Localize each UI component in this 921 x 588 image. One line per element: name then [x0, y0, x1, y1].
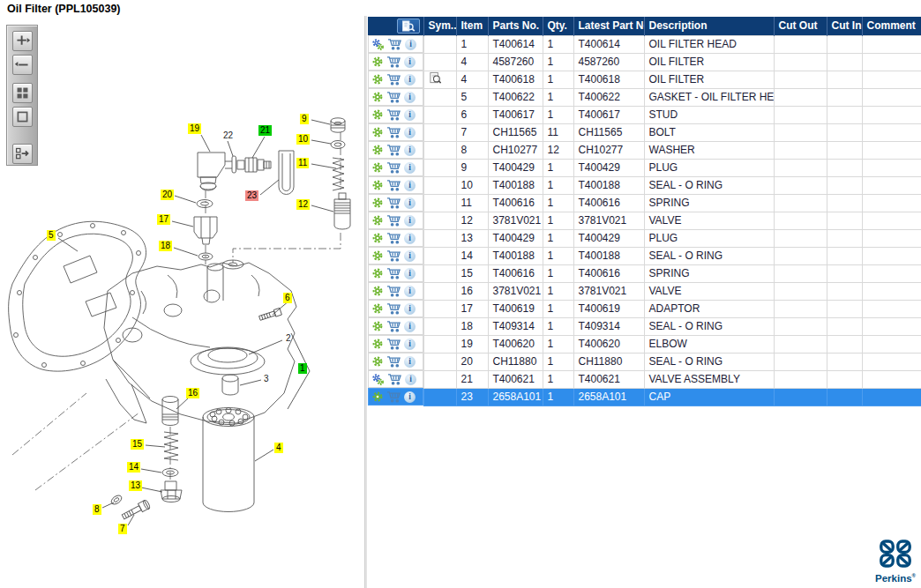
zoom-out-button[interactable]	[12, 55, 33, 75]
cart-icon[interactable]	[386, 108, 401, 121]
cart-icon[interactable]	[386, 56, 401, 68]
info-icon[interactable]: i	[404, 286, 416, 297]
gear-icon[interactable]	[371, 108, 384, 121]
toggle-panel-button[interactable]	[12, 144, 33, 164]
diagram-callout-16[interactable]: 16	[186, 388, 199, 398]
diagram-callout-6[interactable]: 6	[283, 293, 292, 303]
cart-icon[interactable]	[387, 373, 402, 385]
table-row[interactable]: i9T4004291T400429PLUG	[368, 159, 921, 176]
cart-icon[interactable]	[386, 126, 401, 138]
table-row[interactable]: i19T4006201T400620ELBOW	[368, 335, 921, 353]
diagram-callout-17[interactable]: 17	[157, 214, 170, 225]
info-icon[interactable]: i	[404, 162, 416, 174]
table-row[interactable]: i8CH1027712CH10277WASHER	[368, 141, 921, 159]
gear-icon[interactable]	[371, 214, 384, 227]
info-icon[interactable]: i	[404, 233, 416, 244]
view-image-icon[interactable]	[429, 71, 442, 85]
cart-icon[interactable]	[386, 391, 401, 403]
diagram-callout-10[interactable]: 10	[296, 134, 310, 145]
cart-icon[interactable]	[386, 302, 401, 315]
diagram-callout-13[interactable]: 13	[129, 480, 142, 491]
table-row[interactable]: i7CH1156511CH11565BOLT	[368, 123, 921, 141]
info-icon[interactable]: i	[404, 109, 416, 121]
cart-icon[interactable]	[386, 285, 401, 297]
gear-icon[interactable]	[371, 197, 384, 209]
table-row[interactable]: i6T4006171T400617STUD	[368, 106, 921, 123]
gear-icon[interactable]	[371, 73, 384, 86]
column-header-sym---[interactable]: Sym...	[423, 17, 456, 35]
info-icon[interactable]: i	[404, 250, 416, 262]
table-row[interactable]: i163781V02113781V021VALVE	[368, 282, 921, 300]
gears-icon[interactable]	[371, 373, 385, 386]
diagram-callout-23[interactable]: 23	[245, 190, 258, 201]
cart-icon[interactable]	[386, 91, 401, 103]
cart-icon[interactable]	[386, 338, 401, 350]
info-icon[interactable]: i	[404, 215, 416, 227]
gear-icon[interactable]	[371, 126, 384, 138]
table-row[interactable]: i5T4006221T400622GASKET - OIL FILTER HEA…	[368, 88, 921, 106]
gear-icon[interactable]	[371, 338, 384, 350]
tile-view-button[interactable]	[12, 83, 33, 103]
cart-icon[interactable]	[386, 232, 401, 244]
gear-icon[interactable]	[371, 285, 384, 297]
info-icon[interactable]: i	[404, 56, 416, 68]
gear-icon[interactable]	[371, 56, 384, 68]
cart-icon[interactable]	[386, 320, 401, 332]
gear-icon[interactable]	[371, 144, 384, 156]
info-icon[interactable]: i	[404, 339, 416, 350]
info-icon[interactable]: i	[404, 303, 416, 315]
sym-cell[interactable]	[423, 71, 456, 88]
gear-icon[interactable]	[371, 161, 384, 174]
zoom-in-button[interactable]	[12, 31, 33, 51]
diagram-callout-21[interactable]: 21	[258, 125, 272, 136]
diagram-callout-8[interactable]: 8	[93, 504, 101, 515]
column-header-parts-no-[interactable]: Parts No.	[488, 17, 543, 35]
column-header-cut-in[interactable]: Cut In	[827, 17, 862, 35]
table-row[interactable]: i4458726014587260OIL FILTER	[368, 53, 921, 71]
gear-icon[interactable]	[371, 267, 384, 279]
diagram-callout-15[interactable]: 15	[131, 439, 144, 450]
table-row[interactable]: i1T4006141T400614OIL FILTER HEAD	[368, 35, 921, 53]
table-row[interactable]: i123781V02113781V021VALVE	[368, 212, 921, 229]
gear-icon[interactable]	[371, 355, 384, 368]
table-row[interactable]: i13T4004291T400429PLUG	[368, 229, 921, 247]
cart-icon[interactable]	[386, 73, 401, 86]
table-row[interactable]: i15T4006161T400616SPRING	[368, 264, 921, 282]
gear-icon[interactable]	[371, 179, 384, 191]
diagram-callout-11[interactable]: 11	[296, 158, 309, 168]
diagram-callout-20[interactable]: 20	[161, 190, 174, 200]
cart-icon[interactable]	[386, 249, 401, 262]
header-search-button[interactable]	[397, 19, 420, 33]
gear-icon[interactable]	[371, 320, 384, 332]
info-icon[interactable]: i	[404, 127, 416, 138]
column-header-item[interactable]: Item	[456, 17, 488, 35]
info-icon[interactable]: i	[404, 145, 416, 156]
diagram-callout-3[interactable]: 3	[262, 374, 271, 384]
column-header-qty-[interactable]: Qty.	[543, 17, 573, 35]
table-row[interactable]: i18T4093141T409314SEAL - O RING	[368, 317, 921, 335]
cart-icon[interactable]	[386, 197, 401, 209]
gear-icon[interactable]	[371, 302, 384, 315]
info-icon[interactable]: i	[404, 321, 416, 332]
diagram-callout-22[interactable]: 22	[221, 130, 235, 141]
single-view-button[interactable]	[12, 107, 33, 127]
diagram-callout-18[interactable]: 18	[159, 241, 172, 251]
table-row[interactable]: i4T4006181T400618OIL FILTER	[368, 71, 921, 88]
info-icon[interactable]: i	[404, 356, 416, 368]
cart-icon[interactable]	[386, 179, 401, 191]
gear-icon[interactable]	[371, 91, 384, 103]
column-header-description[interactable]: Description	[644, 17, 774, 35]
cart-icon[interactable]	[387, 38, 402, 50]
diagram-callout-4[interactable]: 4	[274, 443, 283, 453]
diagram-callout-5[interactable]: 5	[47, 230, 56, 241]
cart-icon[interactable]	[386, 161, 401, 174]
diagram-callout-2[interactable]: 2	[284, 333, 293, 344]
diagram-callout-14[interactable]: 14	[127, 462, 140, 473]
info-icon[interactable]: i	[404, 197, 416, 209]
info-icon[interactable]: i	[404, 391, 416, 403]
panel-splitter[interactable]	[364, 16, 367, 588]
column-header-comment[interactable]: Comment	[862, 17, 921, 35]
diagram-callout-12[interactable]: 12	[296, 199, 310, 210]
gear-icon[interactable]	[371, 249, 384, 262]
gear-icon[interactable]	[371, 232, 384, 244]
